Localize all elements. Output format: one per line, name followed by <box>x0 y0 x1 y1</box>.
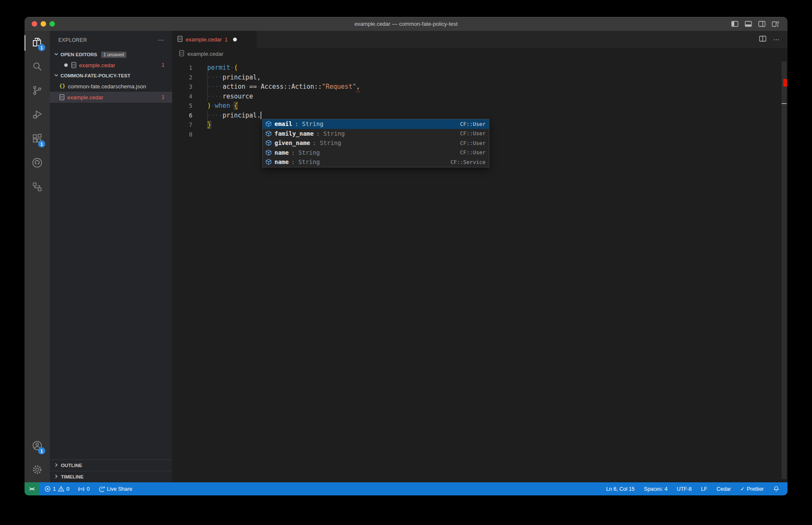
code-line[interactable]: 4····resource <box>172 92 787 101</box>
cedar-file-icon <box>177 36 183 44</box>
cedar-file-icon <box>59 94 65 101</box>
code-line[interactable]: 2····principal, <box>172 73 787 82</box>
chevron-right-icon <box>53 473 59 480</box>
search-icon <box>31 60 43 74</box>
notifications-status[interactable] <box>769 482 783 495</box>
toggle-panel-icon[interactable] <box>745 21 752 27</box>
cedar-file-icon <box>71 62 77 68</box>
activity-accounts[interactable]: 1 <box>25 434 50 458</box>
encoding-status[interactable]: UTF-8 <box>673 482 695 495</box>
overview-ruler-error-marker <box>783 79 787 87</box>
explorer-more-actions-icon[interactable]: ⋯ <box>158 36 165 44</box>
suggest-item[interactable]: name: StringCF::Service <box>263 157 489 167</box>
warning-count: 0 <box>66 486 69 492</box>
suggest-item[interactable]: given_name: StringCF::User <box>263 138 489 148</box>
editor-scrollbar[interactable] <box>781 60 787 482</box>
customize-layout-icon[interactable] <box>772 21 779 27</box>
line-number: 2 <box>172 73 192 82</box>
activity-remote-explorer[interactable] <box>25 175 50 200</box>
eol-status[interactable]: LF <box>697 482 711 495</box>
close-window-button[interactable] <box>32 21 37 27</box>
cursor-position-status[interactable]: Ln 6, Col 15 <box>602 482 638 495</box>
code-line[interactable]: 5)·when·{ <box>172 101 787 111</box>
open-editors-label: OPEN EDITORS <box>60 52 97 57</box>
problems-status[interactable]: 1 0 <box>41 482 73 495</box>
file-error-count: 1 <box>162 94 165 100</box>
file-row[interactable]: example.cedar1 <box>50 92 172 103</box>
suggest-item[interactable]: email: StringCF::User <box>263 119 489 129</box>
language-mode-status[interactable]: Cedar <box>713 482 735 495</box>
open-editor-row[interactable]: example.cedar1 <box>50 60 172 71</box>
gear-icon <box>31 464 43 477</box>
activity-settings[interactable] <box>25 458 50 482</box>
open-editors-header[interactable]: OPEN EDITORS 1 unsaved <box>50 49 172 60</box>
breadcrumb[interactable]: example.cedar <box>172 48 787 60</box>
suggest-item[interactable]: name: StringCF::User <box>263 148 489 158</box>
breadcrumb-file[interactable]: example.cedar <box>187 51 223 57</box>
scrollbar-slider[interactable] <box>782 61 787 479</box>
debug-icon <box>31 109 43 122</box>
layout-controls <box>731 21 787 27</box>
extensions-badge: 1 <box>38 140 45 148</box>
activity-explorer[interactable]: 1 <box>25 31 50 55</box>
line-number: 1 <box>172 63 192 73</box>
outline-section[interactable]: OUTLINE <box>50 459 172 471</box>
activity-search[interactable] <box>25 55 50 79</box>
sidebar-title: EXPLORER <box>58 37 87 43</box>
toggle-sidebar-icon[interactable] <box>731 21 738 27</box>
workspace-folder-header[interactable]: COMMON-FATE-POLICY-TEST <box>50 71 172 81</box>
symbol-field-icon <box>265 149 272 156</box>
check-icon: ✓ <box>740 486 744 492</box>
toggle-secondary-sidebar-icon[interactable] <box>758 21 765 27</box>
symbol-field-icon <box>265 159 272 165</box>
live-share-icon <box>98 486 105 492</box>
suggest-widget: email: StringCF::Userfamily_name: String… <box>262 119 489 167</box>
ports-status[interactable]: 0 <box>74 482 93 495</box>
unsaved-badge: 1 unsaved <box>101 52 126 58</box>
workspace-folder-label: COMMON-FATE-POLICY-TEST <box>60 73 130 78</box>
code-editor[interactable]: 1permit·(2····principal,3····action·==·A… <box>172 60 787 482</box>
suggest-item[interactable]: family_name: StringCF::User <box>263 129 489 139</box>
activity-run-debug[interactable] <box>25 103 50 127</box>
accounts-badge: 1 <box>38 447 45 454</box>
tab-example-cedar[interactable]: example.cedar 1 <box>172 31 257 48</box>
remote-indicator[interactable]: >< <box>25 482 39 495</box>
symbol-field-icon <box>265 130 272 137</box>
activity-source-control[interactable] <box>25 79 50 103</box>
symbol-field-icon <box>265 120 272 127</box>
split-editor-icon[interactable] <box>759 36 766 44</box>
titlebar: example.cedar — common-fate-policy-test <box>25 17 787 31</box>
indentation-status[interactable]: Spaces: 4 <box>640 482 672 495</box>
broadcast-icon <box>78 486 85 492</box>
chevron-right-icon <box>53 462 59 469</box>
workspace-file-list: {}common-fate.cedarschema.jsonexample.ce… <box>50 81 172 103</box>
warning-icon <box>58 486 64 492</box>
open-editors-list: example.cedar1 <box>50 60 172 71</box>
unsaved-dot-icon[interactable] <box>233 38 237 41</box>
timeline-section[interactable]: TIMELINE <box>50 471 172 482</box>
chevron-down-icon <box>53 51 59 58</box>
live-share-status[interactable]: Live Share <box>94 482 136 495</box>
tab-error-count: 1 <box>225 37 228 43</box>
status-bar: >< 1 0 0 Live Share Ln 6, Col 15 <box>25 482 787 495</box>
timeline-label: TIMELINE <box>61 474 84 479</box>
tab-bar: example.cedar 1 ⋯ <box>172 31 787 48</box>
overview-ruler-cursor-marker <box>782 103 787 104</box>
line-number: 3 <box>172 82 192 92</box>
line-number: 4 <box>172 92 192 101</box>
file-error-count: 1 <box>162 62 165 68</box>
code-line[interactable]: 1permit·( <box>172 63 787 73</box>
editor-more-actions-icon[interactable]: ⋯ <box>773 36 780 44</box>
traffic-lights <box>32 21 55 27</box>
formatter-label: Prettier <box>747 486 764 492</box>
activity-extensions[interactable]: 1 <box>25 127 50 151</box>
file-row[interactable]: {}common-fate.cedarschema.json <box>50 81 172 92</box>
zoom-window-button[interactable] <box>49 21 55 27</box>
ports-count: 0 <box>87 486 90 492</box>
minimize-window-button[interactable] <box>41 21 46 27</box>
formatter-status[interactable]: ✓ Prettier <box>736 482 768 495</box>
activity-github[interactable] <box>25 151 50 175</box>
source-control-icon <box>31 85 43 98</box>
activity-bar: 1 1 <box>25 31 50 482</box>
code-line[interactable]: 3····action·==·Access::Action::"Request"… <box>172 82 787 92</box>
